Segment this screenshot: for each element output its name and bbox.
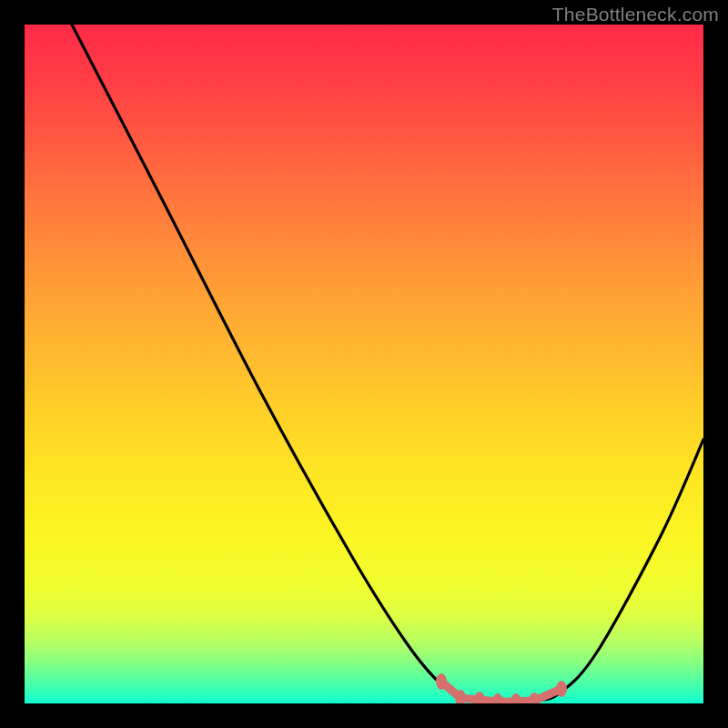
chart-gradient-background <box>25 25 703 703</box>
watermark-text: TheBottleneck.com <box>552 4 719 25</box>
chart-frame <box>25 25 703 703</box>
